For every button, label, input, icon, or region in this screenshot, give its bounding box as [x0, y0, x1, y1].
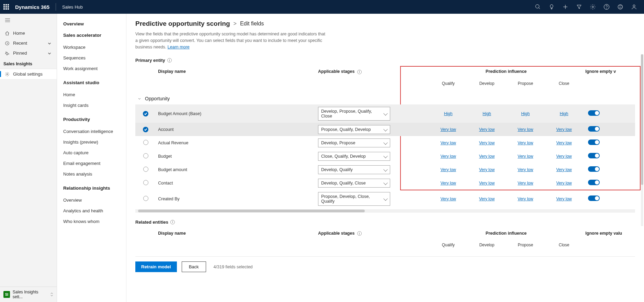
influence-link[interactable]: Very low [478, 154, 496, 159]
row-selected-icon[interactable] [143, 127, 148, 132]
ignore-empty-toggle[interactable] [588, 110, 600, 116]
table-row[interactable]: AccountPropose, Qualify, DevelopVery low… [135, 123, 635, 136]
influence-link[interactable]: Very low [517, 181, 534, 186]
influence-link[interactable]: Very low [478, 181, 496, 186]
influence-link[interactable]: Very low [555, 154, 573, 159]
influence-link[interactable]: Very low [478, 167, 496, 172]
stages-dropdown[interactable]: Develop, Qualify [318, 165, 390, 174]
sidebar-item[interactable]: Workspace [63, 42, 120, 53]
sidebar-item[interactable]: Notes analysis [63, 169, 120, 179]
back-button[interactable]: Back [182, 261, 206, 272]
ignore-empty-toggle[interactable] [588, 153, 600, 158]
influence-link[interactable]: Very low [478, 197, 496, 201]
info-icon[interactable]: i [170, 220, 175, 224]
row-select-radio[interactable] [143, 140, 148, 145]
nav-pinned[interactable]: Pinned [0, 48, 57, 58]
sidebar-item[interactable]: Sequences [63, 53, 120, 63]
table-row[interactable]: Budget Amount (Base)Develop, Propose, Qu… [135, 104, 635, 123]
group-toggle[interactable]: Opportunity [137, 96, 170, 101]
stages-dropdown[interactable]: Develop, Propose [318, 138, 390, 147]
help-icon[interactable] [603, 4, 610, 10]
ignore-empty-toggle[interactable] [588, 126, 600, 132]
vertical-scrollbar[interactable] [641, 54, 643, 226]
nav-global-settings[interactable]: Global settings [0, 69, 57, 79]
learn-more-link[interactable]: Learn more [168, 45, 190, 49]
col-qualify[interactable]: Qualify [429, 81, 467, 92]
col-display-name[interactable]: Display name [156, 66, 316, 81]
influence-link[interactable]: Very low [439, 141, 457, 145]
col-applicable-stages[interactable]: Applicable stages i [316, 66, 429, 81]
influence-link[interactable]: High [478, 111, 496, 116]
info-icon[interactable]: i [357, 231, 362, 236]
col-close[interactable]: Close [545, 243, 583, 253]
table-row[interactable]: Budget amountDevelop, QualifyVery lowVer… [135, 163, 635, 176]
breadcrumb-root[interactable]: Predictive opportunity scoring [135, 20, 230, 27]
sidebar-item[interactable]: Home [63, 89, 120, 100]
sidebar-item[interactable]: Overview [63, 195, 120, 205]
col-propose[interactable]: Propose [506, 243, 545, 253]
table-row[interactable]: Created ByPropose, Develop, Close, Quali… [135, 190, 635, 208]
col-applicable-stages[interactable]: Applicable stages i [316, 227, 429, 243]
ignore-empty-toggle[interactable] [588, 180, 600, 185]
col-ignore-empty[interactable]: Ignore empty valu [583, 227, 635, 243]
influence-link[interactable]: Very low [517, 167, 534, 172]
col-develop[interactable]: Develop [467, 243, 506, 253]
app-launcher-icon[interactable] [3, 4, 9, 10]
sidebar-item[interactable]: Insights (preview) [63, 137, 120, 147]
stages-dropdown[interactable]: Develop, Qualify, Close [318, 179, 390, 188]
influence-link[interactable]: Very low [439, 127, 457, 132]
table-row[interactable]: BudgetClose, Qualify, DevelopVery lowVer… [135, 149, 635, 163]
row-select-radio[interactable] [143, 167, 148, 172]
sidebar-item[interactable]: Work assignment [63, 63, 120, 74]
nav-home[interactable]: Home [0, 28, 57, 38]
info-icon[interactable]: i [167, 58, 172, 63]
col-close[interactable]: Close [545, 81, 583, 92]
ignore-empty-toggle[interactable] [588, 166, 600, 172]
sidebar-item[interactable]: Email engagement [63, 158, 120, 169]
table-row[interactable]: ContactDevelop, Qualify, CloseVery lowVe… [135, 176, 635, 190]
retrain-button[interactable]: Retrain model [135, 261, 177, 272]
influence-link[interactable]: Very low [439, 181, 457, 186]
influence-link[interactable]: Very low [555, 141, 573, 145]
sidebar-group-head[interactable]: Overview [63, 21, 120, 26]
sidebar-item[interactable]: Analytics and health [63, 205, 120, 216]
influence-link[interactable]: Very low [439, 197, 457, 201]
col-develop[interactable]: Develop [467, 81, 506, 92]
influence-link[interactable]: Very low [439, 154, 457, 159]
ignore-empty-toggle[interactable] [588, 195, 600, 201]
stages-dropdown[interactable]: Propose, Develop, Close, Qualify [318, 192, 390, 206]
sidebar-item[interactable]: Insight cards [63, 100, 120, 111]
influence-link[interactable]: High [517, 111, 534, 116]
hamburger-icon[interactable] [0, 14, 57, 28]
table-row[interactable]: Actual RevenueDevelop, ProposeVery lowVe… [135, 136, 635, 149]
influence-link[interactable]: Very low [555, 181, 573, 186]
plus-icon[interactable] [562, 4, 568, 10]
settings-icon[interactable] [590, 4, 596, 10]
ignore-empty-toggle[interactable] [588, 139, 600, 145]
nav-recent[interactable]: Recent [0, 38, 57, 48]
filter-icon[interactable] [576, 4, 582, 10]
influence-link[interactable]: Very low [439, 167, 457, 172]
stages-dropdown[interactable]: Propose, Qualify, Develop [318, 125, 390, 134]
row-select-radio[interactable] [143, 153, 148, 158]
col-prediction-influence[interactable]: Prediction influence [429, 66, 583, 81]
influence-link[interactable]: Very low [517, 141, 534, 145]
influence-link[interactable]: Very low [555, 197, 573, 201]
col-ignore-empty[interactable]: Ignore empty v [583, 66, 635, 81]
sidebar-item[interactable]: Who knows whom [63, 216, 120, 227]
apps-icon[interactable] [617, 4, 623, 10]
person-icon[interactable] [631, 4, 637, 10]
row-select-radio[interactable] [143, 196, 148, 201]
influence-link[interactable]: High [439, 111, 457, 116]
col-qualify[interactable]: Qualify [429, 243, 467, 253]
influence-link[interactable]: Very low [555, 127, 573, 132]
col-prediction-influence[interactable]: Prediction influence [429, 227, 583, 243]
col-display-name[interactable]: Display name [156, 227, 316, 243]
influence-link[interactable]: High [555, 111, 573, 116]
influence-link[interactable]: Very low [517, 197, 534, 201]
area-switcher[interactable]: SI Sales Insights sett... [0, 287, 57, 302]
col-propose[interactable]: Propose [506, 81, 545, 92]
row-selected-icon[interactable] [143, 111, 148, 116]
search-icon[interactable] [535, 4, 541, 10]
sidebar-item[interactable]: Conversation intelligence [63, 126, 120, 137]
